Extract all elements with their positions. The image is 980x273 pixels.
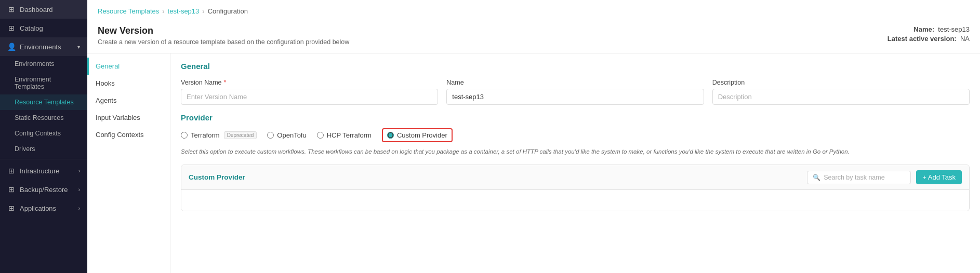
nav-item-hooks[interactable]: Hooks	[87, 75, 170, 92]
infrastructure-icon: ⊞	[7, 167, 16, 175]
description-label: Description	[712, 79, 970, 86]
nav-item-config-contexts[interactable]: Config Contexts	[87, 126, 170, 143]
backup-icon: ⊞	[7, 185, 16, 194]
chevron-right-icon-2: ›	[78, 187, 80, 193]
sidebar-item-static-resources[interactable]: Static Resources	[0, 110, 87, 126]
provider-section-title: Provider	[181, 113, 970, 122]
provider-opentofu[interactable]: OpenTofu	[267, 131, 306, 139]
breadcrumb-resource-templates[interactable]: Resource Templates	[98, 7, 159, 15]
search-input[interactable]	[824, 174, 905, 181]
catalog-icon: ⊞	[7, 24, 16, 32]
divider	[0, 159, 87, 159]
breadcrumb-sep-1: ›	[162, 7, 164, 15]
custom-provider-body	[181, 190, 969, 211]
provider-note: Select this option to execute custom wor…	[181, 147, 970, 156]
sidebar-item-dashboard[interactable]: ⊞ Dashboard	[0, 0, 87, 19]
provider-options: Terraform Deprecated OpenTofu HCP Terraf…	[181, 128, 970, 142]
name-input[interactable]	[446, 89, 704, 105]
deprecated-badge: Deprecated	[224, 131, 257, 139]
page-title: New Version	[98, 25, 349, 36]
general-section-title: General	[181, 62, 970, 71]
sidebar-item-backup-restore[interactable]: ⊞ Backup/Restore ›	[0, 180, 87, 199]
applications-icon: ⊞	[7, 204, 16, 212]
nav-item-general[interactable]: General	[87, 58, 170, 75]
meta-name-label: Name:	[913, 25, 934, 33]
breadcrumb-current: Configuration	[208, 7, 248, 15]
description-input[interactable]	[712, 89, 970, 105]
sidebar-item-drivers[interactable]: Drivers	[0, 141, 87, 157]
chevron-right-icon-3: ›	[78, 206, 80, 211]
meta-version-label: Latest active version:	[888, 35, 957, 43]
version-name-input[interactable]	[181, 89, 438, 105]
left-nav: General Hooks Agents Input Variables Con…	[87, 53, 170, 273]
provider-section: Provider Terraform Deprecated OpenTofu H…	[181, 113, 970, 156]
breadcrumb: Resource Templates › test-sep13 › Config…	[87, 0, 980, 20]
name-label: Name	[446, 79, 704, 86]
content-area: General Hooks Agents Input Variables Con…	[87, 53, 980, 273]
version-name-field: Version Name *	[181, 79, 438, 105]
meta-version-value: NA	[960, 35, 970, 43]
terraform-radio[interactable]	[181, 132, 188, 139]
sidebar-item-environments[interactable]: Environments	[0, 56, 87, 72]
add-task-button[interactable]: + Add Task	[916, 170, 962, 184]
breadcrumb-sep-2: ›	[202, 7, 204, 15]
name-field: Name	[446, 79, 704, 105]
chevron-right-icon: ›	[78, 168, 80, 174]
custom-provider-box: Custom Provider 🔍 + Add Task	[181, 165, 970, 211]
custom-provider-radio[interactable]	[387, 132, 394, 139]
page-meta: Name: test-sep13 Latest active version: …	[888, 25, 970, 44]
form-row-names: Version Name * Name Description	[181, 79, 970, 105]
sidebar-item-resource-templates[interactable]: Resource Templates	[0, 94, 87, 110]
custom-provider-header: Custom Provider 🔍 + Add Task	[181, 165, 969, 190]
sidebar-item-config-contexts[interactable]: Config Contexts	[0, 126, 87, 141]
sidebar-item-applications[interactable]: ⊞ Applications ›	[0, 199, 87, 217]
sidebar: ⊞ Dashboard ⊞ Catalog 👤 Environments ▾ E…	[0, 0, 87, 273]
meta-name-value: test-sep13	[938, 25, 970, 33]
nav-item-agents[interactable]: Agents	[87, 92, 170, 109]
search-box: 🔍	[807, 171, 911, 184]
page-subtitle: Create a new version of a resource templ…	[98, 38, 349, 46]
version-name-label: Version Name *	[181, 79, 438, 86]
required-star: *	[224, 79, 227, 86]
search-icon: 🔍	[813, 174, 820, 181]
dashboard-icon: ⊞	[7, 5, 16, 13]
provider-hcp-terraform[interactable]: HCP Terraform	[317, 131, 372, 139]
nav-item-input-variables[interactable]: Input Variables	[87, 109, 170, 126]
provider-terraform[interactable]: Terraform Deprecated	[181, 131, 257, 139]
hcp-terraform-radio[interactable]	[317, 132, 324, 139]
provider-custom[interactable]: Custom Provider	[382, 128, 453, 142]
opentofu-radio[interactable]	[267, 132, 274, 139]
form-area: General Version Name * Name Description	[170, 53, 980, 273]
custom-provider-actions: 🔍 + Add Task	[807, 170, 962, 184]
sidebar-item-catalog[interactable]: ⊞ Catalog	[0, 19, 87, 37]
page-header: New Version Create a new version of a re…	[87, 20, 980, 53]
main-content: Resource Templates › test-sep13 › Config…	[87, 0, 980, 273]
sidebar-item-infrastructure[interactable]: ⊞ Infrastructure ›	[0, 161, 87, 180]
breadcrumb-test-sep13[interactable]: test-sep13	[168, 7, 200, 15]
chevron-down-icon: ▾	[77, 44, 80, 50]
sidebar-item-environment-templates[interactable]: Environment Templates	[0, 72, 87, 94]
sidebar-item-environments-header[interactable]: 👤 Environments ▾	[0, 37, 87, 56]
custom-provider-title: Custom Provider	[189, 173, 245, 181]
description-field: Description	[712, 79, 970, 105]
environments-icon: 👤	[7, 43, 16, 51]
